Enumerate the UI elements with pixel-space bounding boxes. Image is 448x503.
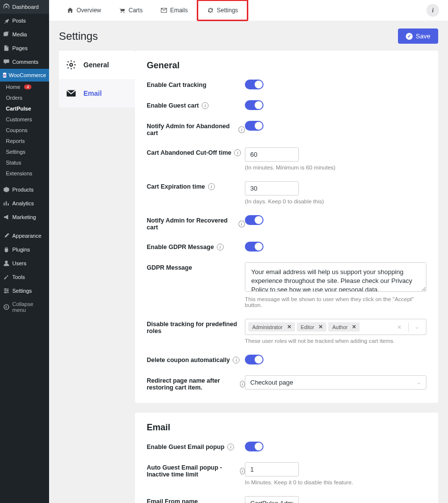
svg-point-3 bbox=[5, 292, 6, 293]
plug-icon bbox=[3, 246, 10, 253]
sidebar-label: Appearance bbox=[12, 233, 41, 239]
input-inactive[interactable] bbox=[245, 462, 299, 476]
info-icon[interactable]: i bbox=[227, 444, 234, 450]
sidebar-label: Dashboard bbox=[12, 4, 39, 10]
megaphone-icon bbox=[3, 214, 10, 221]
email-heading: Email bbox=[147, 422, 426, 433]
sidebar-label: Collapse menu bbox=[12, 301, 46, 313]
sidebar-pages[interactable]: Pages bbox=[0, 41, 49, 55]
sidebar-label: Tools bbox=[12, 274, 25, 280]
mail-icon bbox=[160, 7, 167, 14]
submenu-orders[interactable]: Orders bbox=[0, 92, 49, 103]
submenu-status[interactable]: Status bbox=[0, 157, 49, 168]
toggle-enable-gdpr[interactable] bbox=[245, 242, 264, 252]
sidebar-users[interactable]: Users bbox=[0, 256, 49, 270]
chevron-down-icon[interactable]: ⌄ bbox=[411, 324, 423, 330]
submenu-label: Home bbox=[6, 84, 20, 90]
submenu-reports[interactable]: Reports bbox=[0, 136, 49, 146]
toggle-enable-guest[interactable] bbox=[245, 100, 264, 110]
toggle-notify-recovered[interactable] bbox=[245, 215, 264, 225]
multiselect-roles[interactable]: Administrator✕ Editor✕ Author✕ × ⌄ bbox=[245, 319, 426, 335]
tab-settings[interactable]: Settings bbox=[197, 0, 248, 21]
sidebar-label: Comments bbox=[12, 59, 38, 65]
toggle-notify-abandoned[interactable] bbox=[245, 121, 264, 131]
collapse-icon bbox=[3, 304, 10, 310]
tag-remove[interactable]: ✕ bbox=[286, 324, 293, 330]
info-icon[interactable]: i bbox=[208, 183, 215, 190]
toggle-enable-tracking[interactable] bbox=[245, 80, 264, 89]
svg-point-2 bbox=[7, 290, 8, 292]
toggle-delete-coupon[interactable] bbox=[245, 355, 264, 364]
textarea-gdpr[interactable]: Your email address will help us support … bbox=[245, 262, 426, 292]
toggle-enable-popup[interactable] bbox=[245, 442, 264, 451]
tag-role: Editor✕ bbox=[297, 322, 326, 332]
admin-sidebar: Dashboard Posts Media Pages Comments bbox=[0, 0, 49, 503]
submenu-settings[interactable]: Settings bbox=[0, 146, 49, 157]
label-enable-tracking: Enable Cart tracking bbox=[147, 80, 245, 88]
chart-icon bbox=[3, 200, 10, 207]
tag-role: Administrator✕ bbox=[248, 322, 295, 332]
side-tab-general[interactable]: General bbox=[59, 51, 135, 79]
label-notify-abandoned: Notify Admin for Abandoned cart bbox=[147, 123, 236, 137]
info-icon[interactable]: i bbox=[238, 126, 245, 133]
tag-remove[interactable]: ✕ bbox=[317, 324, 324, 330]
sidebar-comments[interactable]: Comments bbox=[0, 55, 49, 69]
tag-remove[interactable]: ✕ bbox=[350, 324, 358, 330]
sidebar-media[interactable]: Media bbox=[0, 28, 49, 41]
sidebar-label: WooCommerce bbox=[9, 72, 46, 78]
woo-icon: W bbox=[3, 73, 6, 78]
wrench-icon bbox=[3, 274, 10, 280]
tab-emails[interactable]: Emails bbox=[152, 0, 197, 21]
sidebar-tools[interactable]: Tools bbox=[0, 270, 49, 284]
submenu-customers[interactable]: Customers bbox=[0, 114, 49, 125]
label-gdpr-msg: GDPR Message bbox=[147, 262, 245, 271]
info-icon[interactable]: i bbox=[217, 244, 224, 251]
info-icon[interactable]: i bbox=[238, 221, 245, 227]
content: Settings ✓ Save General Email bbox=[49, 21, 448, 503]
label-enable-gdpr: Enable GDPR Message bbox=[147, 244, 214, 251]
sidebar-products[interactable]: Products bbox=[0, 183, 49, 196]
info-button[interactable]: i bbox=[426, 4, 439, 17]
tab-carts[interactable]: Carts bbox=[110, 0, 152, 21]
sidebar-label: Plugins bbox=[12, 247, 30, 252]
sidebar-marketing[interactable]: Marketing bbox=[0, 210, 49, 224]
submenu-coupons[interactable]: Coupons bbox=[0, 125, 49, 136]
info-icon[interactable]: i bbox=[233, 357, 239, 363]
info-icon[interactable]: i bbox=[234, 149, 241, 156]
submenu-extensions[interactable]: Extensions bbox=[0, 168, 49, 179]
input-from-name[interactable] bbox=[245, 496, 299, 503]
save-button-top[interactable]: ✓ Save bbox=[398, 28, 438, 44]
submenu-home[interactable]: Home 4 bbox=[0, 82, 49, 92]
label-enable-guest: Enable Guest cart bbox=[147, 102, 199, 109]
side-tab-email[interactable]: Email bbox=[59, 79, 135, 108]
clear-all-icon[interactable]: × bbox=[393, 323, 406, 331]
page-icon bbox=[3, 45, 10, 52]
panel-email: Email Enable Guest Email popupi Auto Gue… bbox=[135, 413, 438, 503]
svg-point-4 bbox=[4, 305, 9, 309]
sidebar-collapse[interactable]: Collapse menu bbox=[0, 298, 49, 316]
tab-overview[interactable]: Overview bbox=[58, 0, 110, 21]
sidebar-appearance[interactable]: Appearance bbox=[0, 229, 49, 243]
label-redirect: Redirect page name after restoring cart … bbox=[147, 377, 237, 391]
sidebar-dashboard[interactable]: Dashboard bbox=[0, 0, 49, 14]
label-notify-recovered: Notify Admin for Recovered cart bbox=[147, 217, 236, 231]
box-icon bbox=[3, 186, 10, 193]
info-icon[interactable]: i bbox=[240, 468, 245, 475]
info-icon[interactable]: i bbox=[202, 102, 209, 109]
svg-point-5 bbox=[121, 12, 122, 13]
svg-point-1 bbox=[5, 288, 6, 290]
sidebar-posts[interactable]: Posts bbox=[0, 14, 49, 28]
sidebar-analytics[interactable]: Analytics bbox=[0, 196, 49, 210]
sidebar-woocommerce[interactable]: W WooCommerce bbox=[0, 69, 49, 82]
select-redirect[interactable]: Checkout page ⌄ bbox=[245, 375, 426, 390]
input-expiration[interactable] bbox=[245, 181, 299, 196]
submenu-cartpulse[interactable]: CartPulse bbox=[0, 103, 49, 114]
hint-gdpr: This message will be shown to user when … bbox=[245, 296, 426, 308]
sidebar-plugins[interactable]: Plugins bbox=[0, 243, 49, 256]
sidebar-label: Analytics bbox=[12, 200, 34, 206]
info-icon[interactable]: i bbox=[240, 381, 245, 388]
top-tabs: Overview Carts Emails Settings bbox=[58, 0, 248, 21]
home-badge: 4 bbox=[24, 84, 31, 89]
input-cutoff[interactable] bbox=[245, 147, 299, 162]
sidebar-settings[interactable]: Settings bbox=[0, 284, 49, 298]
